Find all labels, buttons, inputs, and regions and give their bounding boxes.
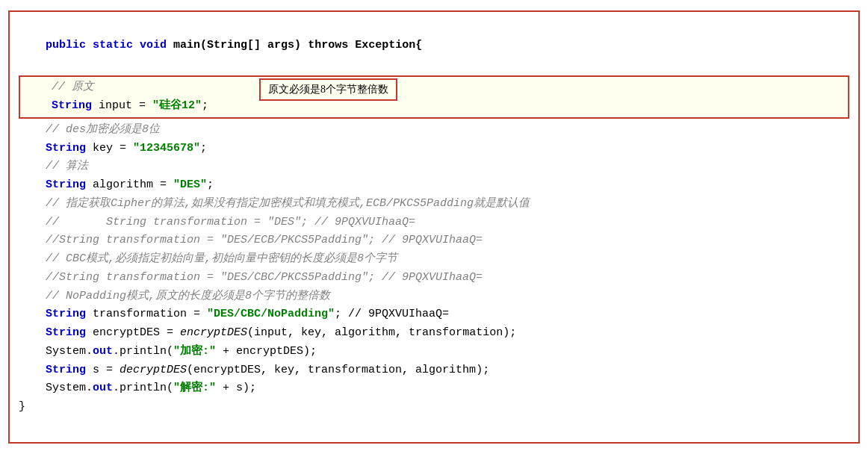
key-line: String key = "12345678"; [19, 140, 849, 158]
comment-trans3: //String transformation = "DES/CBC/PKCS5… [19, 269, 849, 287]
comment-suanfa: // 算法 [19, 158, 849, 176]
s-line: String s = decryptDES(encryptDES, key, t… [19, 361, 849, 380]
keyword-void: void [140, 39, 167, 52]
comment-cbc: // CBC模式,必须指定初始向量,初始向量中密钥的长度必须是8个字节 [19, 250, 849, 269]
keyword-static: static [93, 39, 133, 52]
trans-line: String transformation = "DES/CBC/NoPaddi… [19, 305, 849, 324]
input-line: String input = "硅谷12"; [25, 97, 843, 116]
closing-brace: } [19, 398, 849, 417]
code-container: public static void main(String[] args) t… [8, 10, 860, 444]
comment-des8: // des加密必须是8位 [19, 121, 849, 140]
comment-trans2: //String transformation = "DES/ECB/PKCS5… [19, 231, 849, 250]
encrypt-line: String encryptDES = encryptDES(input, ke… [19, 324, 849, 343]
tooltip-box: 原文必须是8个字节整倍数 [259, 78, 397, 101]
highlight-region: // 原文 String input = "硅谷12"; 原文必须是8个字节整倍… [19, 75, 849, 119]
println1-line: System.out.println("加密:" + encryptDES); [19, 343, 849, 361]
header-line: public static void main(String[] args) t… [19, 18, 849, 73]
println2-line: System.out.println("解密:" + s); [19, 379, 849, 398]
comment-cipher: // 指定获取Cipher的算法,如果没有指定加密模式和填充模式,ECB/PKC… [19, 195, 849, 214]
comment-yuanwen: // 原文 [25, 78, 843, 97]
keyword-public: public [46, 39, 86, 52]
comment-trans1: // String transformation = "DES"; // 9PQ… [19, 214, 849, 232]
algo-line: String algorithm = "DES"; [19, 176, 849, 195]
comment-nopad: // NoPadding模式,原文的长度必须是8个字节的整倍数 [19, 287, 849, 306]
